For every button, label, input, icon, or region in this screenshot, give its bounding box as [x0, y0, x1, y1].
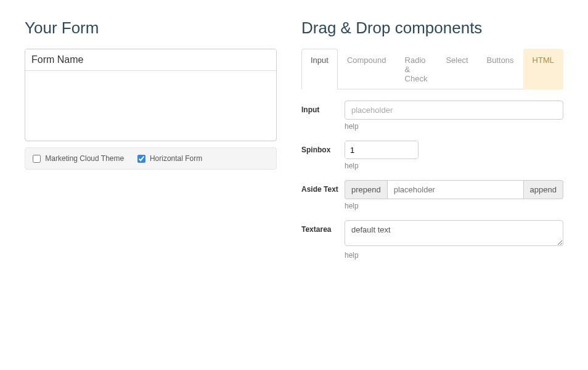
horizontal-form-checkbox[interactable] [137, 155, 145, 163]
horizontal-form-option[interactable]: Horizontal Form [137, 154, 203, 163]
tab-compound[interactable]: Compound [338, 49, 396, 89]
aside-help: help [345, 202, 563, 210]
component-aside-text[interactable]: Aside Text prepend append help [301, 180, 563, 218]
horizontal-form-label: Horizontal Form [150, 154, 202, 163]
form-builder-panel: Your Form Marketing Cloud Theme Horizont… [25, 18, 277, 269]
marketing-theme-checkbox[interactable] [33, 155, 41, 163]
spinbox-help: help [345, 162, 563, 170]
aside-input[interactable] [387, 180, 524, 199]
aside-label: Aside Text [301, 180, 345, 218]
marketing-theme-option[interactable]: Marketing Cloud Theme [33, 154, 126, 163]
tab-html[interactable]: HTML [523, 49, 563, 89]
component-textarea[interactable]: Textarea help [301, 220, 563, 267]
component-tabs: Input Compound Radio & Check Select Butt… [301, 49, 563, 89]
your-form-heading: Your Form [25, 18, 277, 38]
main-container: Your Form Marketing Cloud Theme Horizont… [25, 18, 563, 269]
form-name-input[interactable] [25, 49, 276, 71]
textarea-label: Textarea [301, 220, 345, 267]
form-options-bar: Marketing Cloud Theme Horizontal Form [25, 147, 277, 170]
input-label: Input [301, 101, 345, 138]
textarea-help: help [345, 251, 563, 260]
textarea-field[interactable] [345, 220, 563, 246]
component-spinbox[interactable]: Spinbox ▲ ▼ help [301, 141, 563, 178]
input-field[interactable] [345, 101, 563, 120]
aside-prepend: prepend [345, 180, 387, 199]
form-drop-area[interactable] [25, 49, 277, 141]
marketing-theme-label: Marketing Cloud Theme [45, 154, 124, 163]
input-help: help [345, 122, 563, 131]
tab-select[interactable]: Select [436, 49, 477, 89]
spinbox-control[interactable]: ▲ ▼ [345, 141, 419, 159]
spinbox-label: Spinbox [301, 141, 345, 178]
aside-input-group: prepend append [345, 180, 563, 199]
components-panel: Drag & Drop components Input Compound Ra… [301, 18, 563, 269]
components-heading: Drag & Drop components [301, 18, 563, 38]
spinbox-input[interactable] [345, 141, 419, 158]
tab-buttons[interactable]: Buttons [478, 49, 523, 89]
component-input[interactable]: Input help [301, 101, 563, 138]
tab-radio-check[interactable]: Radio & Check [396, 49, 437, 89]
tab-input[interactable]: Input [301, 49, 338, 89]
aside-append: append [524, 180, 563, 199]
